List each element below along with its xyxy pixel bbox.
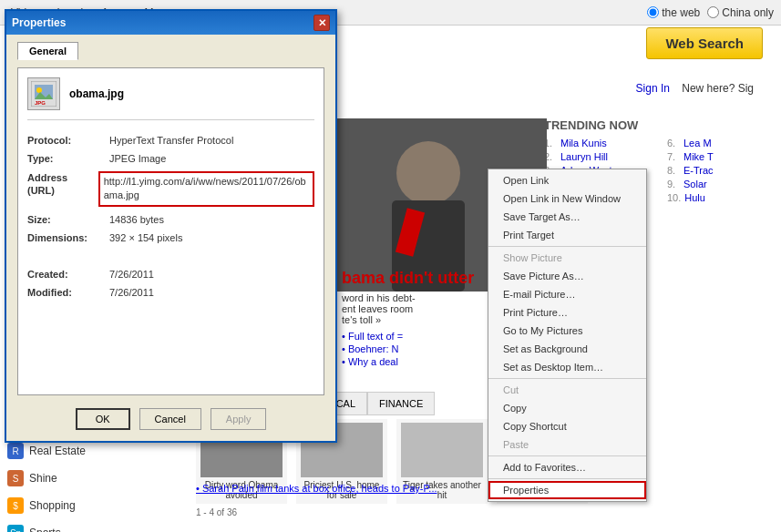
address-value: http://l1.yimg.com/a/i/ww/news/2011/07/2… <box>98 171 314 207</box>
article-count: 1 - 4 of 36 <box>196 507 781 517</box>
ctx-go-pictures[interactable]: Go to My Pictures <box>488 322 646 340</box>
sports-icon: Sp <box>7 525 24 532</box>
tab-general[interactable]: General <box>17 42 78 60</box>
properties-dialog: Properties ✕ General JPG <box>5 9 337 443</box>
cancel-button[interactable]: Cancel <box>139 408 201 430</box>
trending-link-9[interactable]: Solar <box>683 179 707 189</box>
web-search-button[interactable]: Web Search <box>646 27 763 59</box>
dialog-footer: OK Cancel Apply <box>17 408 324 430</box>
trending-item-10: 10. Hulu <box>667 192 772 203</box>
trending-item-7: 7. Mike T <box>667 151 772 162</box>
ctx-sep-3 <box>488 455 646 456</box>
news-bullet-link[interactable]: • Sarah Palin film tanks at box office, … <box>196 483 437 494</box>
trending-link-10[interactable]: Hulu <box>684 192 705 203</box>
ctx-sep-2 <box>488 378 646 379</box>
trending-item-6: 6. Lea M <box>667 138 772 148</box>
dimensions-value: 392 × 154 pixels <box>109 232 182 243</box>
ctx-copy[interactable]: Copy <box>488 399 646 417</box>
bullet-link-1[interactable]: • Full text of = <box>342 331 403 342</box>
radio-china-label[interactable]: China only <box>707 6 774 19</box>
radio-china[interactable] <box>707 6 719 18</box>
svg-point-1 <box>396 141 460 205</box>
svg-point-6 <box>36 87 42 93</box>
trending-item-9: 9. Solar <box>667 179 772 189</box>
ok-button[interactable]: OK <box>76 408 130 430</box>
trending-item-2: 2. Lauryn Hill <box>544 151 649 162</box>
dimensions-label: Dimensions: <box>27 232 109 243</box>
file-name: obama.jpg <box>69 87 124 100</box>
trending-link-2[interactable]: Lauryn Hill <box>560 151 608 162</box>
dialog-title: Properties <box>12 16 66 29</box>
shine-icon: S <box>7 470 24 486</box>
bullet-link-3[interactable]: • Why a deal <box>342 356 398 367</box>
created-value: 7/26/2011 <box>109 269 154 280</box>
ctx-save-picture[interactable]: Save Picture As… <box>488 267 646 285</box>
radio-web-label[interactable]: the web <box>647 6 700 19</box>
apply-button: Apply <box>211 408 267 430</box>
trending-link-6[interactable]: Lea M <box>683 138 712 148</box>
ctx-properties[interactable]: Properties <box>488 481 646 499</box>
dialog-titlebar: Properties ✕ <box>6 11 335 35</box>
shopping-icon: $ <box>7 497 24 514</box>
realestate-icon: R <box>7 443 24 459</box>
ctx-email-picture[interactable]: E-mail Picture… <box>488 285 646 303</box>
modified-row: Modified: 7/26/2011 <box>27 287 314 298</box>
sidebar-item-sports[interactable]: Sp Sports <box>0 519 196 532</box>
ctx-set-desktop[interactable]: Set as Desktop Item… <box>488 358 646 376</box>
context-menu: Open Link Open Link in New Window Save T… <box>488 169 647 502</box>
radio-web[interactable] <box>647 6 659 18</box>
ctx-set-background[interactable]: Set as Background <box>488 340 646 358</box>
trending-item-1: 1. Mila Kunis <box>544 138 649 148</box>
sidebar-label-sports: Sports <box>29 527 61 532</box>
search-radio-group: the web China only <box>647 6 774 19</box>
sidebar-label-shine: Shine <box>29 472 57 485</box>
ctx-save-target[interactable]: Save Target As… <box>488 208 646 226</box>
modified-label: Modified: <box>27 287 109 298</box>
ctx-copy-shortcut[interactable]: Copy Shortcut <box>488 417 646 435</box>
dialog-body: General JPG obama.jpg <box>6 35 335 441</box>
created-label: Created: <box>27 269 109 280</box>
ctx-add-favorites[interactable]: Add to Favorites… <box>488 458 646 476</box>
protocol-label: Protocol: <box>27 135 109 146</box>
dialog-tabs: General <box>17 42 324 60</box>
file-icon: JPG <box>27 77 60 110</box>
ctx-paste: Paste <box>488 435 646 454</box>
article-img-3 <box>401 423 483 477</box>
tab-finance[interactable]: FINANCE <box>367 392 435 415</box>
trending-col-2: 6. Lea M 7. Mike T 8. E-Trac 9. Solar 10… <box>667 138 772 206</box>
ctx-sep-4 <box>488 478 646 479</box>
dialog-content: JPG obama.jpg Protocol: HyperText Transf… <box>17 67 324 395</box>
trending-item-8: 8. E-Trac <box>667 165 772 176</box>
file-header: JPG obama.jpg <box>27 77 314 120</box>
ctx-print-picture[interactable]: Print Picture… <box>488 303 646 322</box>
ctx-open-link[interactable]: Open Link <box>488 171 646 189</box>
protocol-value: HyperText Transfer Protocol <box>109 135 233 146</box>
ctx-open-link-new[interactable]: Open Link in New Window <box>488 189 646 208</box>
modified-value: 7/26/2011 <box>109 287 154 298</box>
dialog-close-button[interactable]: ✕ <box>313 15 330 31</box>
sidebar-label-realestate: Real Estate <box>29 445 86 457</box>
sidebar-item-shopping[interactable]: $ Shopping <box>0 492 196 519</box>
type-label: Type: <box>27 153 109 164</box>
trending-link-8[interactable]: E-Trac <box>683 165 714 176</box>
ctx-print-target[interactable]: Print Target <box>488 226 646 244</box>
size-label: Size: <box>27 214 109 225</box>
trending-link-7[interactable]: Mike T <box>683 151 714 162</box>
search-area: Web Search <box>646 27 763 59</box>
bullet-link-2[interactable]: • Boehner: N <box>342 343 399 354</box>
trending-link-1[interactable]: Mila Kunis <box>560 138 607 148</box>
protocol-row: Protocol: HyperText Transfer Protocol <box>27 135 314 146</box>
ctx-sep-1 <box>488 246 646 247</box>
trending-title: TRENDING NOW <box>544 118 772 132</box>
type-value: JPEG Image <box>109 153 166 164</box>
signin-link[interactable]: Sign In <box>636 82 670 95</box>
address-label: Address (URL) <box>27 171 98 207</box>
headline-link[interactable]: bama didn't utter <box>342 269 474 287</box>
new-here-text: New here? Sig <box>682 82 754 95</box>
sidebar-item-shine[interactable]: S Shine <box>0 465 196 492</box>
jpeg-icon-svg: JPG <box>31 81 57 107</box>
type-row: Type: JPEG Image <box>27 153 314 164</box>
svg-text:JPG: JPG <box>35 100 46 106</box>
signin-area: Sign In New here? Sig <box>636 82 754 95</box>
sidebar-label-shopping: Shopping <box>29 499 76 512</box>
